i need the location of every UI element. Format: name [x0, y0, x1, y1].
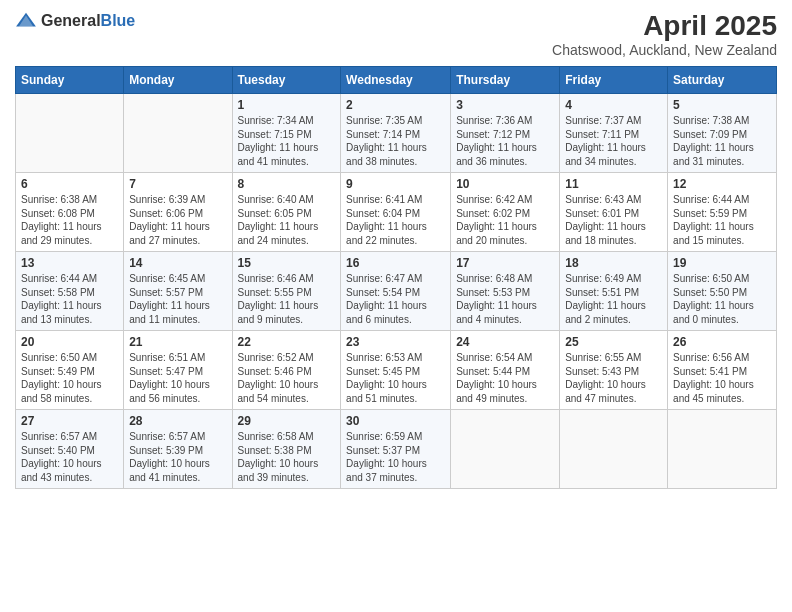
weekday-header-wednesday: Wednesday: [341, 67, 451, 94]
calendar-cell: 22Sunrise: 6:52 AM Sunset: 5:46 PM Dayli…: [232, 331, 341, 410]
day-number: 25: [565, 335, 662, 349]
day-number: 17: [456, 256, 554, 270]
day-info: Sunrise: 6:48 AM Sunset: 5:53 PM Dayligh…: [456, 272, 554, 326]
day-number: 15: [238, 256, 336, 270]
day-number: 19: [673, 256, 771, 270]
weekday-header-sunday: Sunday: [16, 67, 124, 94]
day-number: 11: [565, 177, 662, 191]
day-info: Sunrise: 7:36 AM Sunset: 7:12 PM Dayligh…: [456, 114, 554, 168]
calendar-cell: 20Sunrise: 6:50 AM Sunset: 5:49 PM Dayli…: [16, 331, 124, 410]
day-info: Sunrise: 6:46 AM Sunset: 5:55 PM Dayligh…: [238, 272, 336, 326]
day-number: 3: [456, 98, 554, 112]
calendar-cell: 17Sunrise: 6:48 AM Sunset: 5:53 PM Dayli…: [451, 252, 560, 331]
calendar-cell: 9Sunrise: 6:41 AM Sunset: 6:04 PM Daylig…: [341, 173, 451, 252]
day-number: 7: [129, 177, 226, 191]
day-number: 6: [21, 177, 118, 191]
calendar-cell: 29Sunrise: 6:58 AM Sunset: 5:38 PM Dayli…: [232, 410, 341, 489]
day-info: Sunrise: 6:41 AM Sunset: 6:04 PM Dayligh…: [346, 193, 445, 247]
day-number: 27: [21, 414, 118, 428]
day-info: Sunrise: 6:49 AM Sunset: 5:51 PM Dayligh…: [565, 272, 662, 326]
calendar-cell: 13Sunrise: 6:44 AM Sunset: 5:58 PM Dayli…: [16, 252, 124, 331]
calendar-cell: [668, 410, 777, 489]
day-info: Sunrise: 6:40 AM Sunset: 6:05 PM Dayligh…: [238, 193, 336, 247]
day-number: 21: [129, 335, 226, 349]
calendar-cell: 15Sunrise: 6:46 AM Sunset: 5:55 PM Dayli…: [232, 252, 341, 331]
day-number: 24: [456, 335, 554, 349]
calendar-cell: 11Sunrise: 6:43 AM Sunset: 6:01 PM Dayli…: [560, 173, 668, 252]
calendar-cell: 25Sunrise: 6:55 AM Sunset: 5:43 PM Dayli…: [560, 331, 668, 410]
calendar-cell: 28Sunrise: 6:57 AM Sunset: 5:39 PM Dayli…: [124, 410, 232, 489]
day-info: Sunrise: 6:56 AM Sunset: 5:41 PM Dayligh…: [673, 351, 771, 405]
day-number: 28: [129, 414, 226, 428]
day-number: 4: [565, 98, 662, 112]
day-number: 12: [673, 177, 771, 191]
weekday-header-saturday: Saturday: [668, 67, 777, 94]
day-number: 23: [346, 335, 445, 349]
calendar-cell: 23Sunrise: 6:53 AM Sunset: 5:45 PM Dayli…: [341, 331, 451, 410]
calendar-cell: [560, 410, 668, 489]
day-number: 13: [21, 256, 118, 270]
day-info: Sunrise: 6:58 AM Sunset: 5:38 PM Dayligh…: [238, 430, 336, 484]
day-info: Sunrise: 7:37 AM Sunset: 7:11 PM Dayligh…: [565, 114, 662, 168]
calendar-cell: 8Sunrise: 6:40 AM Sunset: 6:05 PM Daylig…: [232, 173, 341, 252]
day-info: Sunrise: 7:38 AM Sunset: 7:09 PM Dayligh…: [673, 114, 771, 168]
calendar-cell: 30Sunrise: 6:59 AM Sunset: 5:37 PM Dayli…: [341, 410, 451, 489]
calendar-cell: 10Sunrise: 6:42 AM Sunset: 6:02 PM Dayli…: [451, 173, 560, 252]
calendar-cell: 7Sunrise: 6:39 AM Sunset: 6:06 PM Daylig…: [124, 173, 232, 252]
calendar-cell: 24Sunrise: 6:54 AM Sunset: 5:44 PM Dayli…: [451, 331, 560, 410]
weekday-header-tuesday: Tuesday: [232, 67, 341, 94]
day-info: Sunrise: 6:42 AM Sunset: 6:02 PM Dayligh…: [456, 193, 554, 247]
day-info: Sunrise: 7:34 AM Sunset: 7:15 PM Dayligh…: [238, 114, 336, 168]
calendar-week-row: 27Sunrise: 6:57 AM Sunset: 5:40 PM Dayli…: [16, 410, 777, 489]
page-title: April 2025: [552, 10, 777, 42]
calendar-cell: 19Sunrise: 6:50 AM Sunset: 5:50 PM Dayli…: [668, 252, 777, 331]
calendar-week-row: 13Sunrise: 6:44 AM Sunset: 5:58 PM Dayli…: [16, 252, 777, 331]
day-info: Sunrise: 6:53 AM Sunset: 5:45 PM Dayligh…: [346, 351, 445, 405]
logo: GeneralBlue: [15, 10, 135, 32]
day-info: Sunrise: 6:45 AM Sunset: 5:57 PM Dayligh…: [129, 272, 226, 326]
day-number: 18: [565, 256, 662, 270]
day-number: 9: [346, 177, 445, 191]
day-info: Sunrise: 6:57 AM Sunset: 5:40 PM Dayligh…: [21, 430, 118, 484]
day-info: Sunrise: 6:47 AM Sunset: 5:54 PM Dayligh…: [346, 272, 445, 326]
calendar-cell: [124, 94, 232, 173]
day-number: 22: [238, 335, 336, 349]
calendar-week-row: 6Sunrise: 6:38 AM Sunset: 6:08 PM Daylig…: [16, 173, 777, 252]
calendar-cell: 21Sunrise: 6:51 AM Sunset: 5:47 PM Dayli…: [124, 331, 232, 410]
calendar-cell: 27Sunrise: 6:57 AM Sunset: 5:40 PM Dayli…: [16, 410, 124, 489]
day-info: Sunrise: 6:44 AM Sunset: 5:58 PM Dayligh…: [21, 272, 118, 326]
day-info: Sunrise: 7:35 AM Sunset: 7:14 PM Dayligh…: [346, 114, 445, 168]
calendar-cell: 6Sunrise: 6:38 AM Sunset: 6:08 PM Daylig…: [16, 173, 124, 252]
day-info: Sunrise: 6:44 AM Sunset: 5:59 PM Dayligh…: [673, 193, 771, 247]
calendar-cell: 16Sunrise: 6:47 AM Sunset: 5:54 PM Dayli…: [341, 252, 451, 331]
calendar-week-row: 1Sunrise: 7:34 AM Sunset: 7:15 PM Daylig…: [16, 94, 777, 173]
page-subtitle: Chatswood, Auckland, New Zealand: [552, 42, 777, 58]
day-info: Sunrise: 6:54 AM Sunset: 5:44 PM Dayligh…: [456, 351, 554, 405]
day-info: Sunrise: 6:39 AM Sunset: 6:06 PM Dayligh…: [129, 193, 226, 247]
day-info: Sunrise: 6:55 AM Sunset: 5:43 PM Dayligh…: [565, 351, 662, 405]
day-info: Sunrise: 6:51 AM Sunset: 5:47 PM Dayligh…: [129, 351, 226, 405]
day-info: Sunrise: 6:38 AM Sunset: 6:08 PM Dayligh…: [21, 193, 118, 247]
page-header: GeneralBlue April 2025 Chatswood, Auckla…: [15, 10, 777, 58]
day-info: Sunrise: 6:43 AM Sunset: 6:01 PM Dayligh…: [565, 193, 662, 247]
day-info: Sunrise: 6:57 AM Sunset: 5:39 PM Dayligh…: [129, 430, 226, 484]
logo-icon: [15, 10, 37, 32]
day-info: Sunrise: 6:52 AM Sunset: 5:46 PM Dayligh…: [238, 351, 336, 405]
calendar-table: SundayMondayTuesdayWednesdayThursdayFrid…: [15, 66, 777, 489]
day-info: Sunrise: 6:59 AM Sunset: 5:37 PM Dayligh…: [346, 430, 445, 484]
day-number: 5: [673, 98, 771, 112]
title-block: April 2025 Chatswood, Auckland, New Zeal…: [552, 10, 777, 58]
day-number: 29: [238, 414, 336, 428]
day-number: 16: [346, 256, 445, 270]
calendar-cell: 5Sunrise: 7:38 AM Sunset: 7:09 PM Daylig…: [668, 94, 777, 173]
day-info: Sunrise: 6:50 AM Sunset: 5:49 PM Dayligh…: [21, 351, 118, 405]
weekday-header-row: SundayMondayTuesdayWednesdayThursdayFrid…: [16, 67, 777, 94]
day-number: 10: [456, 177, 554, 191]
day-number: 20: [21, 335, 118, 349]
weekday-header-monday: Monday: [124, 67, 232, 94]
calendar-cell: [451, 410, 560, 489]
calendar-cell: [16, 94, 124, 173]
calendar-cell: 1Sunrise: 7:34 AM Sunset: 7:15 PM Daylig…: [232, 94, 341, 173]
day-number: 1: [238, 98, 336, 112]
weekday-header-thursday: Thursday: [451, 67, 560, 94]
